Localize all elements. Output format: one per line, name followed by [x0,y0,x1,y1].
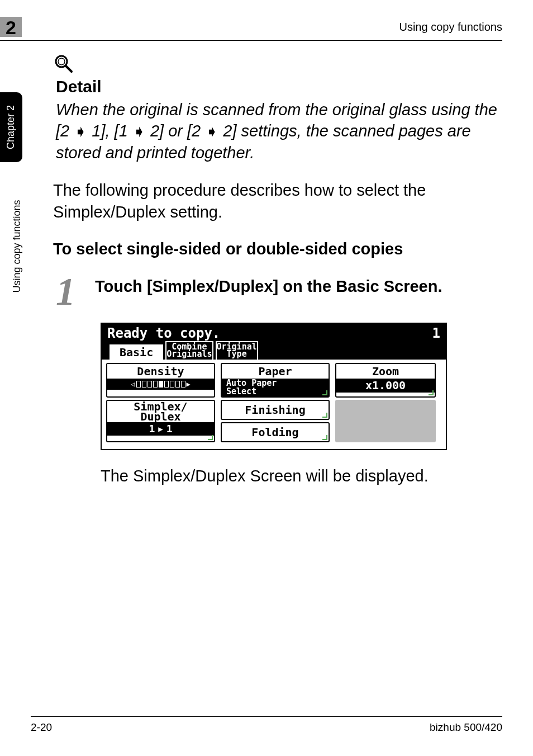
corner-icon [429,390,434,395]
zoom-button[interactable]: Zoom x1.000 [335,363,436,398]
paper-sub-l2: Select [226,388,329,396]
running-title: Using copy functions [399,21,502,34]
lcd-body: Density ◁ ▶ Paper Auto Paper [102,360,446,449]
detail-heading: Detail [56,77,502,96]
footer-product: bizhub 500/420 [430,721,502,734]
tab-original[interactable]: Original Type [216,341,258,360]
simplex-to: 1 [166,424,173,434]
lcd-panel: Ready to copy. 1 Basic Combine Originals… [101,323,447,450]
tab-combine-l2: Originals [166,351,212,358]
side-vertical-text: Using copy functions [11,168,22,324]
empty-slot [335,400,436,442]
right-arrow-icon: ▶ [187,380,191,388]
simplex-from: 1 [149,424,155,434]
page-header: 2 Using copy functions [0,17,502,41]
lcd-row-1: Density ◁ ▶ Paper Auto Paper [106,363,441,398]
lcd-status-bar: Ready to copy. 1 [102,324,446,341]
zoom-value: x1.000 [336,379,435,393]
page-footer: 2-20 bizhub 500/420 [31,716,502,734]
tab-combine[interactable]: Combine Originals [165,341,213,360]
arrow-icon: ➧ [74,121,87,143]
chapter-tab: Chapter 2 [0,92,22,162]
simplex-label: Simplex/ Duplex [107,401,214,422]
folding-button[interactable]: Folding [221,422,330,442]
detail-part-c: 2] or [2 [150,122,201,140]
lcd-row-2: Simplex/ Duplex 1 ▶ 1 Finishing [106,400,441,442]
main-content: Detail When the original is scanned from… [53,53,502,485]
page-badge: 2 [0,17,22,37]
detail-part-b: 1], [1 [92,122,128,140]
arrow-icon: ▶ [158,425,163,433]
lcd-status-text: Ready to copy. [107,325,220,341]
tab-original-l2: Type [217,351,257,358]
folding-label: Folding [251,426,298,439]
arrow-icon: ➧ [205,121,218,143]
density-button[interactable]: Density ◁ ▶ [106,363,215,398]
magnifier-icon [53,53,502,79]
paper-sub: Auto Paper Select [222,379,329,396]
density-label: Density [107,364,214,379]
simplex-l2: Duplex [107,412,214,422]
result-text: The Simplex/Duplex Screen will be displa… [101,467,502,485]
detail-text: When the original is scanned from the or… [56,100,502,164]
finishing-label: Finishing [245,403,305,417]
svg-point-1 [58,58,65,65]
header-left: 2 [0,17,22,37]
paper-label: Paper [222,364,329,379]
paper-button[interactable]: Paper Auto Paper Select [221,363,330,398]
simplex-duplex-button[interactable]: Simplex/ Duplex 1 ▶ 1 [106,400,215,442]
intro-paragraph: The following procedure describes how to… [53,179,502,223]
lcd-screenshot: Ready to copy. 1 Basic Combine Originals… [101,323,502,450]
tab-basic[interactable]: Basic [110,344,163,360]
lcd-tabs: Basic Combine Originals Original Type [102,341,446,360]
corner-icon [322,390,327,395]
step-text: Touch [Simplex/Duplex] on the Basic Scre… [95,274,442,297]
left-arrow-icon: ◁ [131,380,135,388]
simplex-value: 1 ▶ 1 [107,422,214,436]
step-row: 1 Touch [Simplex/Duplex] on the Basic Sc… [53,274,502,309]
corner-icon [208,435,213,440]
corner-icon [322,435,327,440]
arrow-icon: ➧ [132,121,146,143]
chapter-tab-label: Chapter 2 [6,105,17,149]
finishing-button[interactable]: Finishing [221,400,330,420]
svg-line-2 [66,66,72,72]
lcd-counter: 1 [432,325,440,341]
density-indicator: ◁ ▶ [107,379,214,390]
side-vertical-label: Using copy functions [11,200,23,292]
footer-page-number: 2-20 [31,721,52,734]
corner-icon [322,413,327,418]
zoom-label: Zoom [336,364,435,379]
section-heading: To select single-sided or double-sided c… [53,240,502,258]
step-number: 1 [53,274,78,309]
